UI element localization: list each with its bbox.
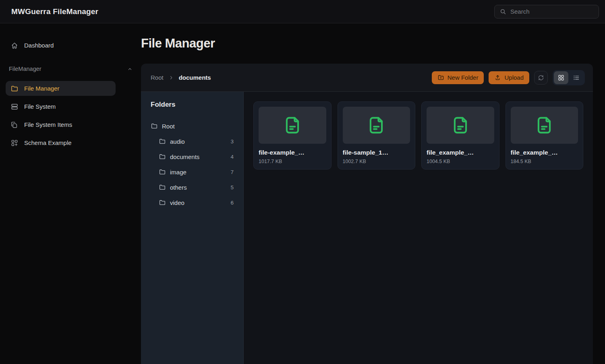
file-name: file_example_…: [511, 149, 578, 156]
breadcrumb-root[interactable]: Root: [151, 74, 164, 81]
file-thumbnail: [427, 107, 494, 144]
refresh-button[interactable]: [534, 71, 548, 85]
new-folder-label: New Folder: [448, 74, 479, 81]
sidebar-item-label: File System: [24, 103, 56, 110]
file-card[interactable]: file-sample_1… 1002.7 KB: [338, 101, 416, 170]
copy-pages-icon: [10, 121, 19, 129]
sidebar: Dashboard FileManager File Manager: [0, 23, 141, 364]
tree-item-root[interactable]: Root: [151, 118, 234, 134]
list-view-button[interactable]: [569, 71, 584, 84]
toolbar: New Folder Upload: [432, 70, 585, 85]
new-folder-button[interactable]: New Folder: [432, 71, 484, 84]
sidebar-item-file-system[interactable]: File System: [6, 99, 116, 114]
document-icon: [282, 115, 303, 136]
folder-icon: [159, 168, 166, 176]
folder-icon: [10, 85, 19, 93]
tree-item-label: Root: [162, 123, 175, 130]
sidebar-item-dashboard[interactable]: Dashboard: [6, 38, 116, 53]
file-name: file-sample_1…: [343, 149, 410, 156]
main-content: File Manager Root documents: [141, 23, 605, 364]
app-root: MWGuerra FileManager Dashboard: [0, 0, 605, 364]
folder-icon: [159, 199, 166, 206]
file-size: 1017.7 KB: [259, 159, 326, 164]
topbar: MWGuerra FileManager: [0, 0, 605, 23]
folder-icon: [159, 153, 166, 160]
sidebar-section-label: FileManager: [9, 66, 41, 72]
shell: Dashboard FileManager File Manager: [0, 23, 605, 364]
sidebar-item-label: File System Items: [24, 121, 72, 128]
folders-title: Folders: [151, 101, 234, 109]
breadcrumb-current: documents: [179, 74, 211, 81]
list-view-icon: [573, 74, 580, 81]
search-input[interactable]: [510, 8, 594, 15]
app-title: MWGuerra FileManager: [11, 7, 98, 16]
panel-header: Root documents: [141, 64, 593, 92]
tree-item-count: 7: [230, 169, 234, 175]
file-card[interactable]: file_example_… 184.5 KB: [506, 101, 584, 170]
tree-item-documents[interactable]: documents 4: [151, 149, 234, 164]
file-size: 1002.7 KB: [343, 159, 410, 164]
file-name: file-example_…: [259, 149, 326, 156]
sidebar-item-label: Dashboard: [24, 42, 54, 49]
page-title: File Manager: [141, 36, 593, 51]
upload-icon: [494, 74, 501, 81]
tree-item-label: image: [170, 169, 186, 176]
tree-item-count: 3: [230, 139, 234, 145]
tree-item-image[interactable]: image 7: [151, 164, 234, 180]
chevron-up-icon: [127, 66, 133, 72]
refresh-icon: [537, 74, 545, 81]
tree-item-label: audio: [170, 138, 185, 145]
sidebar-item-schema-example[interactable]: Schema Example: [6, 135, 116, 150]
tree-item-count: 5: [230, 184, 234, 190]
folder-plus-icon: [437, 74, 444, 81]
upload-label: Upload: [504, 74, 524, 81]
grid-plus-icon: [10, 139, 19, 147]
tree-item-video[interactable]: video 6: [151, 195, 234, 210]
file-thumbnail: [259, 107, 326, 144]
folder-icon: [159, 138, 166, 145]
panel-body: Folders Root: [141, 92, 593, 364]
tree-item-label: others: [170, 184, 187, 191]
chevron-right-icon: [168, 75, 174, 81]
document-icon: [366, 115, 387, 136]
home-icon: [10, 41, 19, 50]
tree-item-label: documents: [170, 153, 199, 160]
folder-icon: [159, 184, 166, 191]
sidebar-item-label: Schema Example: [24, 139, 72, 146]
sidebar-item-file-manager[interactable]: File Manager: [6, 81, 116, 96]
server-icon: [10, 103, 19, 111]
files-grid: file-example_… 1017.7 KB: [244, 92, 593, 364]
folder-icon: [151, 122, 158, 130]
tree-item-label: video: [170, 199, 184, 206]
file-name: file_example_…: [427, 149, 494, 156]
view-toggle: [553, 70, 585, 85]
upload-button[interactable]: Upload: [489, 71, 529, 84]
file-card[interactable]: file_example_… 1004.5 KB: [421, 101, 499, 170]
sidebar-section-filemanager[interactable]: FileManager: [9, 66, 133, 72]
tree-item-count: 4: [230, 154, 234, 160]
grid-view-icon: [557, 74, 565, 81]
tree-item-others[interactable]: others 5: [151, 180, 234, 195]
document-icon: [450, 115, 471, 136]
breadcrumb: Root documents: [151, 74, 211, 81]
file-thumbnail: [511, 107, 578, 144]
tree-item-audio[interactable]: audio 3: [151, 134, 234, 149]
folders-panel: Folders Root: [141, 92, 244, 364]
file-thumbnail: [343, 107, 410, 144]
search-icon: [499, 8, 507, 15]
file-manager-panel: Root documents: [141, 64, 593, 364]
sidebar-item-file-system-items[interactable]: File System Items: [6, 117, 116, 132]
file-size: 1004.5 KB: [427, 159, 494, 164]
tree-item-count: 6: [230, 200, 234, 206]
document-icon: [534, 115, 555, 136]
sidebar-item-label: File Manager: [24, 85, 60, 92]
file-size: 184.5 KB: [511, 159, 578, 164]
search-box[interactable]: [494, 5, 599, 19]
file-card[interactable]: file-example_… 1017.7 KB: [253, 101, 332, 170]
grid-view-button[interactable]: [554, 71, 568, 84]
